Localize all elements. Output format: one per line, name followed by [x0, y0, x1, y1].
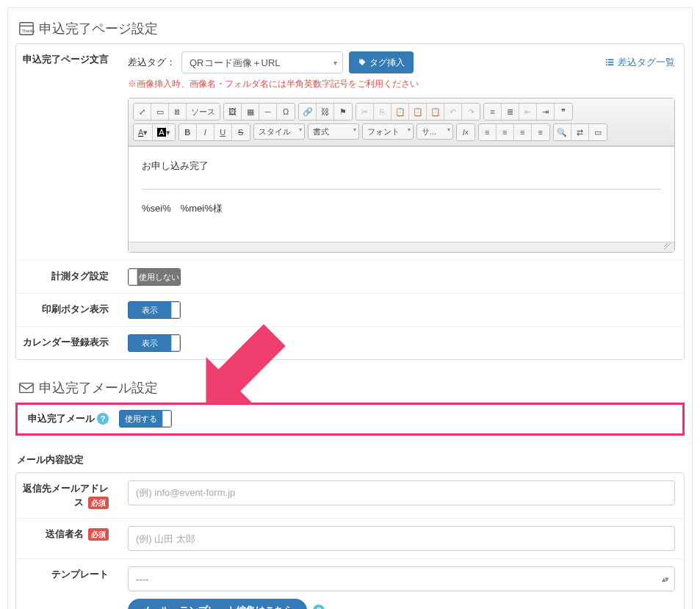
- editor-line-1: お申し込み完了: [142, 157, 661, 176]
- reply-to-input[interactable]: [128, 480, 675, 505]
- undo-icon[interactable]: ↶: [444, 104, 462, 120]
- label-page-text: 申込完了ページ文言: [16, 44, 119, 260]
- underline-icon[interactable]: U: [214, 124, 232, 140]
- editor-body[interactable]: お申し込み完了 %sei% %mei%様: [129, 146, 674, 242]
- help-icon[interactable]: ?: [313, 605, 325, 609]
- page-icon[interactable]: 🗎: [169, 104, 187, 120]
- style-select[interactable]: スタイル: [253, 123, 305, 140]
- outdent-icon[interactable]: ⇤: [519, 104, 537, 120]
- paste-text-icon[interactable]: 📋: [409, 104, 427, 120]
- mail-enable-highlight: 申込完了メール ? 使用する: [15, 403, 685, 436]
- section-header-mail: 申込完了メール設定: [15, 373, 685, 403]
- editor-toolbar: ⤢ ▭ 🗎 ソース 🖼 ▦ ─ Ω 🔗: [129, 98, 674, 146]
- page-settings-panel: 申込完了ページ文言 差込タグ： QRコード画像＋URL ▾ タグ挿入 差込タグ一…: [15, 43, 685, 360]
- mail-icon: [18, 380, 35, 396]
- align-left-icon[interactable]: ≡: [479, 124, 497, 140]
- source-button[interactable]: ソース: [187, 104, 220, 120]
- align-justify-icon[interactable]: ≡: [532, 124, 549, 140]
- label-template: テンプレート: [16, 559, 119, 609]
- table-icon[interactable]: ▦: [242, 104, 259, 120]
- svg-rect-6: [608, 62, 614, 63]
- mail-enable-panel: 申込完了メール ? 使用する: [15, 403, 685, 436]
- svg-rect-4: [608, 59, 614, 60]
- print-toggle[interactable]: 表示: [128, 301, 181, 319]
- svg-text:Thanks: Thanks: [22, 29, 35, 33]
- editor-resize-handle[interactable]: [129, 242, 674, 252]
- tag-icon: [358, 58, 367, 67]
- format-select[interactable]: 書式: [308, 123, 359, 140]
- calendar-toggle[interactable]: 表示: [128, 334, 181, 352]
- merge-tag-label: 差込タグ：: [128, 56, 176, 69]
- bulleted-list-icon[interactable]: ≣: [502, 104, 519, 120]
- tag-list-link[interactable]: 差込タグ一覧: [605, 56, 675, 69]
- merge-tag-select[interactable]: QRコード画像＋URL: [181, 51, 343, 73]
- svg-rect-7: [606, 64, 607, 65]
- align-right-icon[interactable]: ≡: [514, 124, 532, 140]
- hr-icon[interactable]: ─: [259, 104, 277, 120]
- numbered-list-icon[interactable]: ≡: [484, 104, 502, 120]
- find-icon[interactable]: 🔍: [554, 124, 571, 140]
- list-icon: [605, 57, 615, 68]
- label-mail-enable: 申込完了メール: [28, 414, 95, 424]
- mail-enable-toggle[interactable]: 使用する: [119, 410, 172, 428]
- svg-rect-3: [606, 59, 607, 60]
- label-sender: 送信者名: [46, 529, 84, 539]
- label-calendar: カレンダー登録表示: [16, 327, 119, 359]
- align-center-icon[interactable]: ≡: [497, 124, 514, 140]
- size-select[interactable]: サ...: [416, 123, 453, 140]
- section-header-page: Thanks 申込完了ページ設定: [15, 14, 685, 43]
- image-icon[interactable]: 🖼: [224, 104, 242, 120]
- remove-format-icon[interactable]: Ix: [457, 124, 475, 140]
- rich-text-editor: ⤢ ▭ 🗎 ソース 🖼 ▦ ─ Ω 🔗: [128, 98, 675, 253]
- edit-template-button[interactable]: メール・テンプレート編集はこちら: [128, 599, 307, 609]
- anchor-icon[interactable]: ⚑: [334, 104, 352, 120]
- maximize-icon[interactable]: ⤢: [134, 104, 151, 120]
- indent-icon[interactable]: ⇥: [537, 104, 555, 120]
- unlink-icon[interactable]: ⛓: [317, 104, 334, 120]
- blockquote-icon[interactable]: ❞: [555, 104, 572, 120]
- section-title: 申込完了ページ設定: [39, 20, 158, 37]
- special-char-icon[interactable]: Ω: [277, 104, 295, 120]
- svg-rect-8: [608, 64, 614, 65]
- font-select[interactable]: フォント: [362, 123, 414, 140]
- tracking-toggle[interactable]: 使用しない: [128, 268, 181, 286]
- label-print: 印刷ボタン表示: [16, 294, 119, 326]
- strike-icon[interactable]: S: [232, 124, 250, 140]
- sender-input[interactable]: [128, 526, 675, 551]
- copy-icon[interactable]: ⎘: [374, 104, 392, 120]
- image-warning: ※画像挿入時、画像名・フォルダ名には半角英数字記号をご利用ください: [128, 78, 675, 90]
- editor-line-2: %sei% %mei%様: [142, 200, 661, 218]
- select-all-icon[interactable]: ▭: [589, 124, 607, 140]
- insert-tag-button[interactable]: タグ挿入: [349, 51, 414, 73]
- replace-icon[interactable]: ⇄: [571, 124, 589, 140]
- svg-rect-5: [606, 62, 607, 63]
- bold-icon[interactable]: B: [179, 124, 197, 140]
- required-badge: 必須: [88, 497, 109, 509]
- link-icon[interactable]: 🔗: [299, 104, 317, 120]
- label-tracking: 計測タグ設定: [16, 261, 119, 293]
- italic-icon[interactable]: I: [197, 124, 214, 140]
- help-icon[interactable]: ?: [97, 413, 109, 425]
- blocks-icon[interactable]: ▭: [151, 104, 169, 120]
- section-title-mail: 申込完了メール設定: [39, 379, 158, 397]
- svg-rect-9: [20, 383, 33, 393]
- paste-word-icon[interactable]: 📋: [427, 104, 444, 120]
- cut-icon[interactable]: ✂: [356, 104, 374, 120]
- paste-icon[interactable]: 📋: [392, 104, 409, 120]
- mail-content-panel: 返信先メールアドレス 必須 送信者名 必須 テンプレート ---- ▴▾ メール…: [15, 472, 685, 609]
- bg-color-button[interactable]: A ▾: [153, 124, 174, 140]
- mail-content-header: メール内容設定: [15, 449, 685, 472]
- redo-icon[interactable]: ↷: [462, 104, 480, 120]
- required-badge: 必須: [88, 528, 109, 541]
- thanks-page-icon: Thanks: [18, 21, 35, 37]
- template-select[interactable]: ----: [128, 566, 675, 591]
- text-color-button[interactable]: A ▾: [134, 124, 153, 140]
